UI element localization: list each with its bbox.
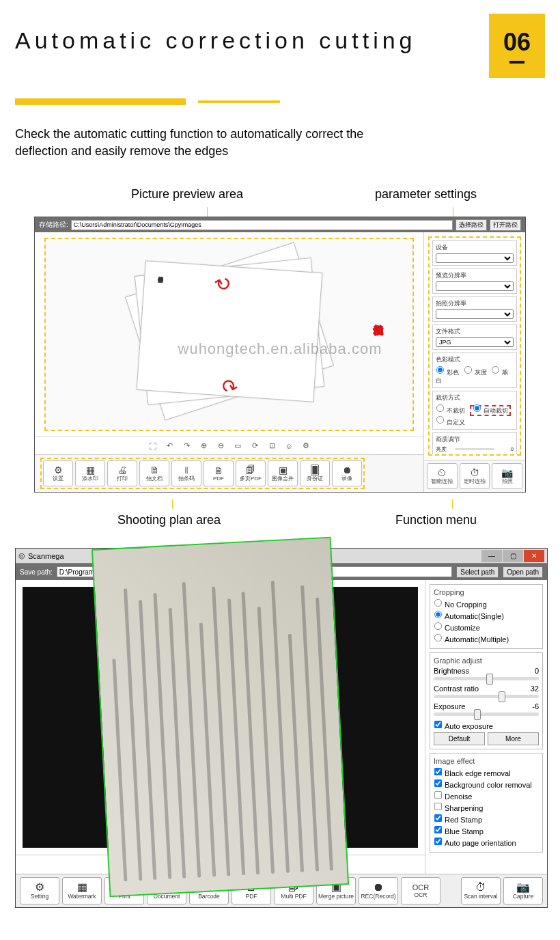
automulti-radio[interactable]: Automatic(Multiple): [434, 633, 539, 644]
barcode-button[interactable]: ⦀拍条码: [171, 460, 201, 486]
annotation-plan: Shooting plan area: [117, 513, 221, 527]
section-number: 06: [489, 14, 545, 78]
live-preview: [23, 587, 418, 848]
save-path-label: Save path:: [20, 568, 53, 576]
open-path-button[interactable]: 打开路径: [490, 219, 521, 231]
parameter-panel: 设备 预览分辨率 拍照分辨率 文件格式JPG 色彩模式 彩色 灰度 黑白 裁切方…: [428, 236, 521, 456]
preview-res-select[interactable]: [436, 281, 514, 291]
path-input[interactable]: [71, 220, 453, 230]
minimize-button[interactable]: —: [481, 550, 502, 562]
capture-button[interactable]: 📷Capture: [503, 877, 543, 904]
annotation-preview: Picture preview area: [131, 187, 243, 202]
customize-radio[interactable]: Customize: [434, 622, 539, 632]
watermark-text: wuhongtech.en.alibaba.com: [178, 340, 382, 358]
watermark-button[interactable]: ▦添水印: [75, 460, 105, 486]
denoise-checkbox[interactable]: Denoise: [434, 790, 539, 801]
capture-res-select[interactable]: [436, 309, 514, 319]
app2-window: ◎ Scanmega — ▢ ✕ Save path: Select path …: [15, 548, 548, 908]
color-radio[interactable]: 彩色: [436, 369, 459, 376]
accent-bar: [15, 98, 545, 105]
autoexposure-checkbox[interactable]: Auto exposure: [434, 720, 539, 730]
preview-area: 钢琴练习曲 ↻ ↻ 自动裁切: [44, 238, 414, 431]
print-button[interactable]: 🖨打印: [107, 460, 137, 486]
merge-button[interactable]: ▣图像合并: [268, 460, 298, 486]
zoom-out-icon[interactable]: ⊖: [216, 441, 226, 451]
default-button[interactable]: Default: [434, 732, 485, 745]
autocrop-radio[interactable]: 自动裁切: [470, 405, 511, 416]
timer-burst-button[interactable]: ⏱定时连拍: [460, 463, 490, 489]
custom-radio[interactable]: 自定义: [436, 419, 465, 426]
redo-icon[interactable]: ↷: [182, 441, 192, 451]
maximize-button[interactable]: ▢: [503, 550, 523, 562]
undo-icon[interactable]: ↶: [165, 441, 175, 451]
device-select[interactable]: [436, 253, 514, 263]
redstamp-checkbox[interactable]: Red Stamp: [434, 814, 539, 824]
fit-icon[interactable]: ⊡: [267, 441, 277, 451]
fullscreen-icon[interactable]: ⛶: [148, 441, 158, 451]
contrast-slider[interactable]: [434, 695, 539, 698]
setting-button[interactable]: ⚙Setting: [20, 877, 59, 904]
nocrop-radio[interactable]: 不裁切: [436, 407, 465, 414]
description-text: Check the automatic cutting function to …: [15, 126, 377, 160]
brightness-slider[interactable]: [434, 677, 539, 680]
crop-icon[interactable]: ▭: [233, 441, 243, 451]
face-icon[interactable]: ☺: [284, 441, 294, 451]
capture-button[interactable]: 📷拍照: [492, 463, 522, 489]
watermark-button[interactable]: ▦Watermark: [62, 877, 102, 904]
settings-panel: Cropping No Cropping Automatic(Single) C…: [425, 580, 547, 874]
gear-icon[interactable]: ⚙: [301, 441, 311, 451]
preview-toolbar: ⛶ ↶ ↷ ⊕ ⊖ ▭ ⟳ ⊡ ☺ ⚙: [35, 437, 423, 454]
zoom-in-icon[interactable]: ⊕: [199, 441, 209, 451]
record-button[interactable]: ⏺REC(Record): [359, 877, 398, 904]
rotate-icon[interactable]: ⟳: [250, 441, 260, 451]
app-logo-icon: ◎: [18, 551, 25, 560]
idcard-button[interactable]: 🂠身份证: [300, 460, 330, 486]
detected-page: [92, 537, 350, 897]
annotation-params: parameter settings: [375, 187, 477, 202]
scaninterval-button[interactable]: ⏱Scan interval: [461, 877, 501, 904]
brightness-slider[interactable]: [455, 448, 494, 450]
settings-button[interactable]: ⚙设置: [43, 460, 73, 486]
multipdf-button[interactable]: 🗐多页PDF: [236, 460, 266, 486]
bgremoval-checkbox[interactable]: Background color removal: [434, 779, 539, 789]
close-button[interactable]: ✕: [524, 550, 544, 562]
page-title: Automatic correction cutting: [15, 14, 489, 54]
select-path-button[interactable]: 选择路径: [456, 219, 487, 231]
select-path-button[interactable]: Select path: [456, 566, 499, 578]
ocr-button[interactable]: OCROCR: [401, 877, 440, 904]
exposure-slider[interactable]: [434, 713, 539, 716]
gray-radio[interactable]: 灰度: [464, 369, 487, 376]
shooting-plan-area: ⚙设置 ▦添水印 🖨打印 🗎拍文档 ⦀拍条码 🗎PDF 🗐多页PDF ▣图像合并…: [40, 458, 365, 489]
app1-window: 存储路径: 选择路径 打开路径 钢琴练习曲 ↻ ↻ 自动裁切: [34, 217, 526, 493]
annotation-fn: Function menu: [395, 513, 477, 527]
bluestamp-checkbox[interactable]: Blue Stamp: [434, 825, 539, 835]
sharpen-checkbox[interactable]: Sharpening: [434, 802, 539, 812]
path-label: 存储路径:: [39, 220, 68, 230]
nocrop-radio[interactable]: No Cropping: [434, 598, 539, 609]
pdf-button[interactable]: 🗎PDF: [204, 460, 234, 486]
autoorient-checkbox[interactable]: Auto page orientation: [434, 837, 539, 847]
smart-burst-button[interactable]: ⏲智能连拍: [427, 463, 458, 489]
autosingle-radio[interactable]: Automatic(Single): [434, 610, 539, 620]
open-path-button[interactable]: Open path: [503, 566, 543, 578]
more-button[interactable]: More: [488, 732, 539, 745]
document-button[interactable]: 🗎拍文档: [139, 460, 169, 486]
record-button[interactable]: ⏺录像: [332, 460, 362, 486]
format-select[interactable]: JPG: [436, 337, 514, 347]
blackedge-checkbox[interactable]: Black edge removal: [434, 767, 539, 777]
